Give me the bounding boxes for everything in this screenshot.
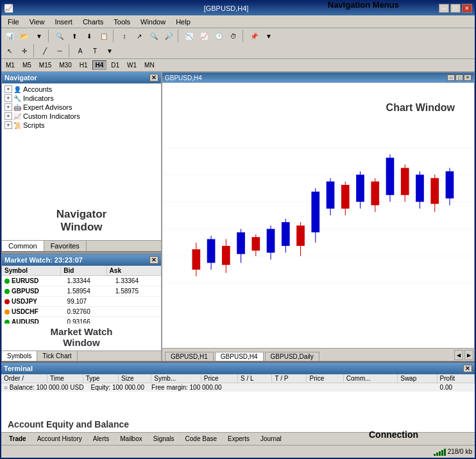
- mw-symbol-audusd: AUDUSD: [2, 317, 65, 324]
- mw-row-usdjpy[interactable]: USDJPY 99.107: [2, 297, 161, 307]
- expand-ea[interactable]: +: [4, 103, 12, 111]
- svg-rect-10: [207, 239, 216, 263]
- bottom-tab-alerts[interactable]: Alerts: [88, 435, 115, 443]
- bottom-tab-signals[interactable]: Signals: [148, 435, 180, 443]
- navigator-close-btn[interactable]: ✕: [149, 74, 158, 82]
- mw-scroll: [152, 266, 161, 275]
- cursor-btn[interactable]: ↖: [3, 44, 17, 57]
- nav-tab-favorites[interactable]: Favorites: [44, 241, 87, 251]
- toolbar-btn-14[interactable]: 📌: [247, 30, 261, 42]
- toolbar-btn-8[interactable]: ↕: [117, 30, 132, 42]
- terminal-table: Order / Time Type Size Symb... Price S /…: [1, 374, 475, 417]
- zoom-in-btn[interactable]: 🔍: [147, 30, 161, 42]
- mw-row-eurusd[interactable]: EURUSD 1.33344 1.33364: [2, 276, 161, 286]
- tf-h4[interactable]: H4: [92, 60, 107, 70]
- menu-view[interactable]: View: [24, 17, 50, 27]
- menu-window[interactable]: Window: [135, 17, 171, 27]
- chart-maximize-btn[interactable]: □: [455, 74, 463, 81]
- title-bar-controls: ─ □ ✕: [439, 4, 472, 13]
- mw-row-gbpusd[interactable]: GBPUSD 1.58954 1.58975: [2, 286, 161, 297]
- svg-rect-36: [401, 168, 409, 195]
- expand-ci[interactable]: +: [4, 112, 12, 120]
- chart-tab-gbpusd-h1[interactable]: GBPUSD,H1: [165, 352, 214, 361]
- toolbar-btn-12[interactable]: 🕐: [212, 30, 226, 42]
- chart-tab-gbpusd-h4[interactable]: GBPUSD,H4: [215, 352, 264, 361]
- toolbar-btn-4[interactable]: 🔍: [53, 30, 67, 42]
- maximize-button[interactable]: □: [450, 4, 461, 13]
- svg-rect-28: [341, 185, 350, 209]
- chart-minimize-btn[interactable]: ─: [447, 74, 455, 81]
- terminal-close-btn[interactable]: ✕: [463, 365, 472, 372]
- toolbar-btn-15[interactable]: ▼: [262, 30, 276, 42]
- col-price2: Price: [307, 374, 343, 383]
- chart-close-btn[interactable]: ✕: [464, 74, 472, 81]
- tf-mn[interactable]: MN: [141, 60, 158, 70]
- mw-ask-eurusd: 1.33364: [113, 276, 161, 286]
- toolbar-btn-10[interactable]: 📉: [182, 30, 196, 42]
- toolbar-btn-6[interactable]: ⬇: [82, 30, 96, 42]
- bottom-tab-mailbox[interactable]: Mailbox: [115, 435, 148, 443]
- chart-prev-btn[interactable]: ◀: [454, 350, 463, 360]
- bottom-tab-account-history[interactable]: Account History: [32, 435, 88, 443]
- tree-item-expert-advisors[interactable]: + 🤖 Expert Advisors: [3, 103, 160, 112]
- text-btn[interactable]: A: [73, 44, 87, 57]
- tf-w1[interactable]: W1: [124, 60, 140, 70]
- text2-btn[interactable]: T: [88, 44, 102, 57]
- line-btn[interactable]: ╱: [38, 44, 52, 57]
- menu-help[interactable]: Help: [171, 17, 196, 27]
- tf-h1[interactable]: H1: [76, 60, 91, 70]
- toolbar-row2-btn3[interactable]: ▼: [103, 44, 117, 57]
- menu-insert[interactable]: Insert: [49, 17, 78, 27]
- tf-d1[interactable]: D1: [108, 60, 123, 70]
- hline-btn[interactable]: ─: [53, 44, 67, 57]
- expand-scripts[interactable]: +: [4, 121, 12, 129]
- mw-row-audusd[interactable]: AUDUSD 0.93166: [2, 317, 161, 324]
- mw-tab-tick-chart[interactable]: Tick Chart: [37, 351, 77, 361]
- nav-tab-common[interactable]: Common: [2, 241, 44, 251]
- close-button[interactable]: ✕: [462, 4, 472, 13]
- tf-m5[interactable]: M5: [19, 60, 35, 70]
- menu-tools[interactable]: Tools: [108, 17, 135, 27]
- tree-item-indicators[interactable]: + 🔧 Indicators: [3, 94, 160, 103]
- menu-charts[interactable]: Charts: [78, 17, 108, 27]
- tree-item-accounts[interactable]: + 👤 Accounts: [3, 85, 160, 94]
- toolbar-btn-5[interactable]: ⬆: [67, 30, 81, 42]
- tf-m1[interactable]: M1: [3, 60, 18, 70]
- toolbar-btn-11[interactable]: 📈: [197, 30, 211, 42]
- menu-file[interactable]: File: [3, 17, 24, 27]
- bottom-tab-experts[interactable]: Experts: [223, 435, 255, 443]
- tree-item-scripts[interactable]: + 📜 Scripts: [3, 121, 160, 130]
- tf-m30[interactable]: M30: [56, 60, 74, 70]
- toolbar-btn-9[interactable]: ↗: [132, 30, 146, 42]
- market-watch-close-btn[interactable]: ✕: [149, 256, 158, 264]
- bottom-tab-code-base[interactable]: Code Base: [180, 435, 223, 443]
- tree-label-scripts: Scripts: [23, 121, 45, 129]
- ea-icon: 🤖: [13, 104, 21, 111]
- svg-rect-22: [296, 225, 305, 246]
- bottom-tab-journal[interactable]: Journal: [255, 435, 287, 443]
- tf-m15[interactable]: M15: [36, 60, 55, 70]
- expand-accounts[interactable]: +: [4, 85, 12, 93]
- mw-tab-symbols[interactable]: Symbols: [2, 351, 37, 361]
- toolbar-btn-3[interactable]: ▼: [32, 30, 46, 42]
- chart-next-btn[interactable]: ▶: [464, 350, 473, 360]
- mw-ask-usdjpy: [113, 300, 161, 303]
- tree-item-custom-indicators[interactable]: + 📈 Custom Indicators: [3, 112, 160, 121]
- candlestick-svg: [162, 83, 474, 348]
- svg-rect-26: [327, 182, 335, 209]
- minimize-button[interactable]: ─: [439, 4, 449, 13]
- tree-label-accounts: Accounts: [23, 85, 52, 93]
- mw-row-usdchf[interactable]: USDCHF 0.92760: [2, 307, 161, 317]
- mw-symbol-eurusd: EURUSD: [2, 276, 65, 286]
- orders-table: Order / Time Type Size Symb... Price S /…: [1, 374, 475, 392]
- expand-indicators[interactable]: +: [4, 94, 12, 102]
- chart-tab-gbpusd-daily[interactable]: GBPUSD,Daily: [265, 352, 319, 361]
- new-chart-btn[interactable]: 📊: [3, 30, 17, 42]
- crosshair-btn[interactable]: ✛: [17, 44, 31, 57]
- open-btn[interactable]: 📂: [17, 30, 31, 42]
- zoom-out-btn[interactable]: 🔎: [162, 30, 176, 42]
- toolbar-btn-7[interactable]: 📋: [97, 30, 111, 42]
- toolbar-btn-13[interactable]: ⏱: [226, 30, 241, 42]
- bottom-tab-trade[interactable]: Trade: [4, 435, 32, 443]
- account-equity-label: Account Equity and Balance: [1, 417, 475, 432]
